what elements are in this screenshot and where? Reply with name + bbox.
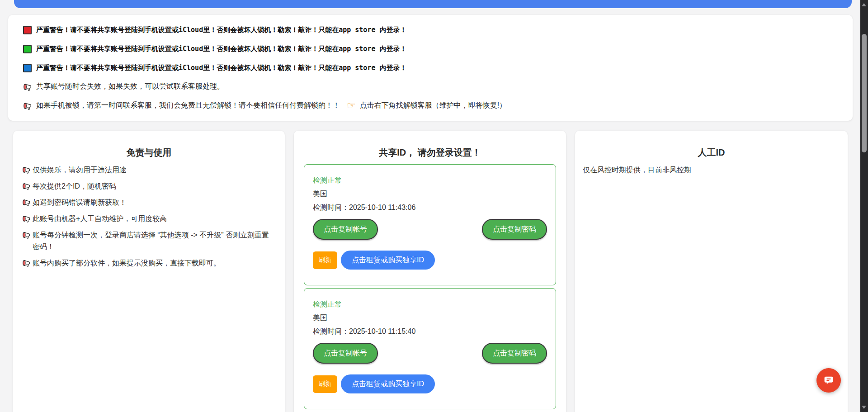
copy-password-button[interactable]: 点击复制密码 bbox=[482, 219, 547, 240]
account-status: 检测正常 bbox=[313, 298, 547, 311]
account-region: 美国 bbox=[313, 187, 547, 201]
disclaimer-title: 免责与使用 bbox=[22, 146, 276, 159]
warning-row-red: 严重警告！请不要将共享账号登陆到手机设置或iCloud里！否则会被坏人锁机！勒索… bbox=[23, 24, 838, 36]
blue-square-icon bbox=[23, 64, 32, 72]
pointing-finger-icon: ☞ bbox=[347, 101, 356, 111]
top-banner bbox=[14, 0, 852, 8]
megaphone-icon bbox=[22, 166, 31, 174]
refresh-button[interactable]: 刷新 bbox=[313, 375, 337, 393]
green-square-icon bbox=[23, 45, 32, 53]
account-region: 美国 bbox=[313, 311, 547, 325]
megaphone-icon bbox=[22, 199, 31, 206]
disclaimer-item: 每次提供2个ID，随机密码 bbox=[22, 180, 276, 192]
scrollbar-thumb[interactable] bbox=[862, 34, 867, 152]
warning-text: 严重警告！请不要将共享账号登陆到手机设置或iCloud里！否则会被坏人锁机！勒索… bbox=[36, 26, 407, 34]
account-status: 检测正常 bbox=[313, 174, 547, 187]
disclaimer-item-text: 每次提供2个ID，随机密码 bbox=[33, 180, 116, 192]
note-row-expiry: 共享账号随时会失效，如果失效，可以尝试联系客服处理。 bbox=[23, 81, 838, 93]
refresh-button[interactable]: 刷新 bbox=[313, 251, 337, 269]
unlock-service-text: 点击右下角找解锁客服（维护中，即将恢复!） bbox=[360, 101, 506, 110]
disclaimer-item: 如遇到密码错误请刷新获取！ bbox=[22, 197, 276, 208]
manual-id-body: 仅在风控时期提供，目前非风控期 bbox=[582, 164, 841, 176]
megaphone-icon bbox=[23, 83, 32, 91]
chat-bubble-icon bbox=[822, 374, 835, 387]
disclaimer-item-text: 账号每分钟检测一次，登录商店请选择 “其他选项 -> 不升级” 否则立刻重置密码… bbox=[33, 229, 276, 253]
megaphone-icon bbox=[22, 182, 31, 190]
disclaimer-card: 免责与使用 仅供娱乐，请勿用于违法用途 每次提供2个ID，随机密码 如遇到密码错… bbox=[13, 131, 285, 412]
megaphone-icon bbox=[22, 215, 31, 223]
manual-id-card: 人工ID 仅在风控时期提供，目前非风控期 bbox=[575, 131, 848, 412]
chat-support-button[interactable] bbox=[816, 368, 841, 393]
warning-row-blue: 严重警告！请不要将共享账号登陆到手机设置或iCloud里！否则会被坏人锁机！勒索… bbox=[23, 62, 838, 74]
note-text: 如果手机被锁，请第一时间联系客服，我们会免费且无偿解锁！请不要相信任何付费解锁的… bbox=[36, 101, 340, 110]
note-row-unlock: 如果手机被锁，请第一时间联系客服，我们会免费且无偿解锁！请不要相信任何付费解锁的… bbox=[23, 99, 838, 112]
account-check-time: 检测时间：2025-10-10 11:15:40 bbox=[313, 325, 547, 338]
account-box-2: 检测正常 美国 检测时间：2025-10-10 11:15:40 点击复制帐号 … bbox=[304, 288, 556, 409]
disclaimer-item-text: 账号内购买了部分软件，如果提示没购买，直接下载即可。 bbox=[33, 257, 221, 269]
copy-account-button[interactable]: 点击复制帐号 bbox=[313, 219, 378, 240]
disclaimer-list: 仅供娱乐，请勿用于违法用途 每次提供2个ID，随机密码 如遇到密码错误请刷新获取… bbox=[22, 164, 276, 269]
disclaimer-item: 仅供娱乐，请勿用于违法用途 bbox=[22, 164, 276, 176]
manual-id-title: 人工ID bbox=[582, 146, 841, 159]
scrollbar-up-arrow[interactable] bbox=[862, 3, 866, 6]
notice-card: 严重警告！请不要将共享账号登陆到手机设置或iCloud里！否则会被坏人锁机！勒索… bbox=[8, 15, 853, 121]
scrollbar-down-arrow[interactable] bbox=[862, 406, 866, 409]
shared-id-title: 共享ID， 请勿登录设置！ bbox=[304, 146, 556, 159]
rent-exclusive-id-button[interactable]: 点击租赁或购买独享ID bbox=[341, 374, 435, 393]
account-check-time: 检测时间：2025-10-10 11:43:06 bbox=[313, 201, 547, 214]
disclaimer-item-text: 如遇到密码错误请刷新获取！ bbox=[33, 197, 127, 208]
warning-row-green: 严重警告！请不要将共享账号登陆到手机设置或iCloud里！否则会被坏人锁机！勒索… bbox=[23, 43, 838, 55]
disclaimer-item: 此账号由机器+人工自动维护，可用度较高 bbox=[22, 213, 276, 225]
disclaimer-item: 账号每分钟检测一次，登录商店请选择 “其他选项 -> 不升级” 否则立刻重置密码… bbox=[22, 229, 276, 253]
account-box-1: 检测正常 美国 检测时间：2025-10-10 11:43:06 点击复制帐号 … bbox=[304, 164, 556, 285]
scrollbar[interactable] bbox=[860, 0, 868, 412]
megaphone-icon bbox=[22, 231, 31, 239]
red-square-icon bbox=[23, 26, 32, 34]
disclaimer-item: 账号内购买了部分软件，如果提示没购买，直接下载即可。 bbox=[22, 257, 276, 269]
rent-exclusive-id-button[interactable]: 点击租赁或购买独享ID bbox=[341, 251, 435, 270]
disclaimer-item-text: 仅供娱乐，请勿用于违法用途 bbox=[33, 164, 127, 176]
megaphone-icon bbox=[23, 102, 32, 110]
megaphone-icon bbox=[22, 259, 31, 267]
shared-id-card: 共享ID， 请勿登录设置！ 检测正常 美国 检测时间：2025-10-10 11… bbox=[294, 131, 566, 412]
warning-text: 严重警告！请不要将共享账号登陆到手机设置或iCloud里！否则会被坏人锁机！勒索… bbox=[36, 45, 407, 53]
copy-password-button[interactable]: 点击复制密码 bbox=[482, 343, 547, 364]
copy-account-button[interactable]: 点击复制帐号 bbox=[313, 343, 378, 364]
warning-text: 严重警告！请不要将共享账号登陆到手机设置或iCloud里！否则会被坏人锁机！勒索… bbox=[36, 64, 407, 72]
disclaimer-item-text: 此账号由机器+人工自动维护，可用度较高 bbox=[33, 213, 167, 225]
note-text: 共享账号随时会失效，如果失效，可以尝试联系客服处理。 bbox=[36, 82, 224, 91]
